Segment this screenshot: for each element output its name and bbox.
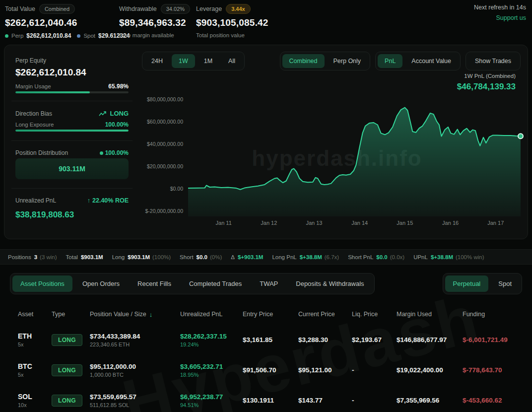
tab-twap[interactable]: TWAP [252,275,286,292]
overview-panel: Perp Equity $262,612,010.84 Margin Usage… [4,45,528,239]
x-tick-label: Jan 13 [299,220,329,226]
liq-price-cell: - [352,397,397,404]
current-price: $143.77 [298,397,352,404]
perp-equity-label: Perp Equity [15,57,46,64]
perp-label: Perp [11,33,23,39]
tab-1w[interactable]: 1W [172,54,195,68]
withdrawable-block: Withdrawable 34.02% $89,346,963.32 Free … [119,4,190,38]
entry-price: $3,161.85 [243,336,298,343]
entry-price: $91,506.70 [243,366,298,374]
column-header-asset[interactable]: Asset [18,311,52,318]
unrealized-pnl-cell: $3,605,232.7118.95% [180,363,243,378]
tab-1m[interactable]: 1M [197,54,219,68]
current-price: $95,121.00 [298,366,352,374]
unrealized-pnl-roe: 19.24% [180,342,243,347]
table-row-sol[interactable]: SOL10xLONG$73,559,695.57511,612.85 SOL$6… [0,385,532,412]
current-price-cell: $143.77 [298,397,352,404]
unrealized-pnl-cell: $6,952,238.7794.51% [180,393,243,408]
tab-24h[interactable]: 24H [144,54,170,68]
sort-desc-icon: ↓ [149,311,153,318]
total-value-label: Total Value [5,5,35,12]
tab-show-trades[interactable]: Show Trades [468,54,518,68]
entry-price: $130.1911 [243,397,298,404]
y-tick-label: $40,000,000.00 [147,141,183,147]
margin-usage-value: 65.98% [108,83,129,90]
x-tick-label: Jan 12 [254,220,284,226]
column-header-margin-used[interactable]: Margin Used [397,311,463,318]
table-row-eth[interactable]: ETH5xLONG$734,433,389.84223,340.65 ETH$2… [0,325,532,355]
summary-delta: Δ$+903.1M [231,254,263,260]
table-row-btc[interactable]: BTC5xLONG$95,112,000.001,000.00 BTC$3,60… [0,355,532,385]
mode-tab-group: CombinedPerp Only [280,52,371,70]
market-tab-group: PerpetualSpot [443,273,522,294]
column-header-current-price[interactable]: Current Price [298,311,352,318]
table-header-row: AssetTypePosition Value / Size↓Unrealize… [0,306,532,323]
x-tick-label: Jan 17 [481,220,511,226]
tab-perpetual[interactable]: Perpetual [445,275,489,292]
leverage-sub: Total position value [196,32,245,38]
withdrawable-label: Withdrawable [119,5,157,12]
chart-end-marker-icon [518,134,523,138]
column-header-entry-price[interactable]: Entry Price [243,311,298,318]
tab-asset-positions[interactable]: Asset Positions [12,275,72,292]
column-header-unrealized-pnl[interactable]: Unrealized PnL [180,311,243,318]
position-value: $734,433,389.84 [90,333,180,340]
y-tick-label: $0.00 [170,186,183,192]
asset-symbol: SOL [18,393,52,401]
margin-used-cell: $19,022,400.00 [397,366,463,374]
perp-equity-row: Perp Equity [15,57,129,64]
unrealized-pnl-value: $28,262,337.15 [180,333,243,340]
spot-dot-icon [77,34,80,38]
leverage-block: Leverage 3.44x $903,105,085.42 Total pos… [196,4,268,38]
chart-controls: 24H1W1MAll CombinedPerp Only PnLAccount … [142,52,521,70]
column-header-type[interactable]: Type [52,311,90,318]
asset-symbol: BTC [18,362,52,370]
pnl-chart[interactable] [188,96,521,216]
column-header-position-value-size[interactable]: Position Value / Size↓ [90,311,180,318]
tab-combined[interactable]: Combined [282,54,325,68]
margin-used-cell: $146,886,677.97 [397,336,463,343]
tab-open-orders[interactable]: Open Orders [74,275,128,292]
long-badge: LONG [52,395,82,407]
asset-leverage: 10x [18,402,52,408]
column-header-liq-price[interactable]: Liq. Price [352,311,397,318]
withdrawable-pct-badge: 34.02% [161,4,190,14]
liq-price: - [352,397,397,404]
summary-long: Long$903.1M(100%) [112,254,171,260]
spot-label: Spot [83,33,95,39]
support-us-link[interactable]: Support us [474,14,526,21]
funding-value: $-6,001,721.49 [463,336,522,343]
tab-deposits-withdrawals[interactable]: Deposits & Withdrawals [288,275,372,292]
funding-cell: $-453,660.62 [463,397,522,404]
x-tick-label: Jan 14 [345,220,375,226]
range-tab-group: 24H1W1MAll [142,52,245,70]
leverage-label: Leverage [196,5,222,12]
long-badge: LONG [52,364,82,376]
column-header-funding[interactable]: Funding [463,311,522,318]
unrealized-pnl-cell: $28,262,337.1519.24% [180,333,243,347]
liq-price-cell: - [352,366,397,374]
summary-positions: Positions3(3 win) [8,254,57,260]
unrealized-pnl-value: $3,605,232.71 [180,363,243,370]
tab-recent-fills[interactable]: Recent Fills [130,275,179,292]
funding-cell: $-778,643.70 [463,366,522,374]
x-tick-label: Jan 15 [390,220,420,226]
unrealized-pnl-value: $6,952,238.77 [180,393,243,401]
tab-perp-only[interactable]: Perp Only [327,54,368,68]
summary-short: Short$0.0(0%) [180,254,222,260]
tab-account-value[interactable]: Account Value [404,54,458,68]
type-cell: LONG [52,395,90,407]
show-trades-group: Show Trades [466,52,521,70]
tab-pnl[interactable]: PnL [378,54,402,68]
chart-x-axis: Jan 11Jan 12Jan 13Jan 14Jan 15Jan 16Jan … [188,220,521,228]
tab-completed-trades[interactable]: Completed Trades [181,275,250,292]
position-value-cell: $734,433,389.84223,340.65 ETH [90,333,180,347]
x-tick-label: Jan 16 [436,220,466,226]
tab-all[interactable]: All [221,54,242,68]
funding-value: $-778,643.70 [463,366,522,374]
chart-pnl-value: $46,784,139.33 [457,82,516,92]
tab-spot[interactable]: Spot [490,275,520,292]
chart-y-axis: $80,000,000.00$60,000,000.00$40,000,000.… [4,96,183,216]
asset-cell: SOL10x [18,393,52,408]
type-cell: LONG [52,334,90,346]
